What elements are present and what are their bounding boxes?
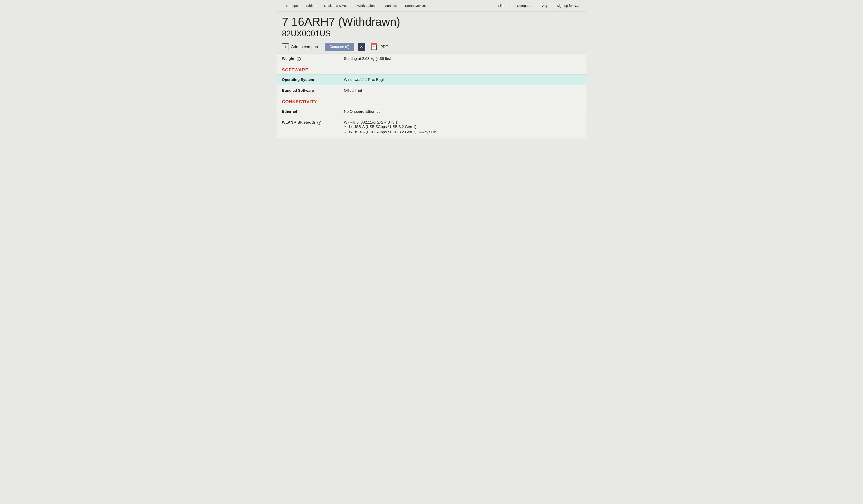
spec-label-wlan: WLAN + Bluetooth i [277, 117, 339, 139]
table-row: Operating System Windows® 11 Pro, Englis… [277, 75, 586, 85]
spec-value-wlan: Wi-Fi® 6, 802.11ax 2x2 + BT5.1 1x USB-A … [339, 117, 586, 139]
svg-text:PDF: PDF [372, 46, 376, 48]
nav-item-tablets[interactable]: Tablets [302, 0, 320, 11]
wlan-info-icon[interactable]: i [317, 121, 321, 125]
wlan-main-value: Wi-Fi® 6, 802.11ax 2x2 + BT5.1 [344, 120, 581, 125]
spec-table: Weight i Starting at 2.08 kg (4.59 lbs) … [277, 53, 586, 138]
top-navigation: Laptops Tablets Desktops & AIOs Workstat… [277, 0, 586, 12]
table-row: Bundled Software Office Trial [277, 85, 586, 96]
nav-item-laptops[interactable]: Laptops [282, 0, 302, 11]
nav-item-compare[interactable]: Compare [515, 4, 533, 8]
svg-rect-1 [371, 43, 377, 45]
nav-item-smart-devices[interactable]: Smart Devices [401, 0, 430, 11]
list-item: 1x USB-A (USB 5Gbps / USB 3.2 Gen 1), Al… [348, 130, 581, 134]
compare-clear-button[interactable]: ✕ [358, 43, 365, 51]
add-to-compare-label: Add to compare [291, 45, 319, 49]
pdf-button[interactable]: PDF PDF [371, 43, 388, 51]
spec-label-ethernet: Ethernet [277, 106, 339, 117]
nav-item-faq[interactable]: FAQ [538, 4, 549, 8]
spec-value-os: Windows® 11 Pro, English [339, 75, 586, 85]
compare-bar: + Add to compare Compare (0) ✕ PDF PDF [277, 40, 586, 53]
compare-count-button[interactable]: Compare (0) [325, 43, 354, 51]
nav-item-workstations[interactable]: Workstations [353, 0, 380, 11]
spec-label-bundled-software: Bundled Software [277, 85, 339, 96]
nav-item-desktops[interactable]: Desktops & AIOs [320, 0, 353, 11]
spec-value-ethernet: No Onboard Ethernet [339, 106, 586, 117]
product-title-area: 7 16ARH7 (Withdrawn) 82UX0001US [277, 12, 586, 40]
top-nav-right: Filters Compare FAQ Sign up for N... [496, 4, 581, 8]
nav-item-monitors[interactable]: Monitors [380, 0, 401, 11]
section-header-software: SOFTWARE [277, 64, 586, 75]
spec-label-weight: Weight i [277, 53, 339, 64]
spec-value-weight: Starting at 2.08 kg (4.59 lbs) [339, 53, 586, 64]
spec-label-os: Operating System [277, 75, 339, 85]
nav-item-filters[interactable]: Filters [496, 4, 509, 8]
list-item: 1x USB-A (USB 5Gbps / USB 3.2 Gen 1) [348, 125, 581, 129]
product-model: 7 16ARH7 (Withdrawn) [282, 15, 581, 28]
section-header-connectivity: CONNECTIVITY [277, 96, 586, 106]
product-sku: 82UX0001US [282, 29, 581, 38]
spec-value-bundled-software: Office Trial [339, 85, 586, 96]
table-row: Ethernet No Onboard Ethernet [277, 106, 586, 117]
table-row: WLAN + Bluetooth i Wi-Fi® 6, 802.11ax 2x… [277, 117, 586, 139]
pdf-label: PDF [380, 45, 388, 49]
pdf-icon: PDF [371, 43, 379, 51]
section-title-connectivity: CONNECTIVITY [277, 96, 586, 106]
add-to-compare-button[interactable]: + Add to compare [282, 43, 319, 50]
spec-section: Weight i Starting at 2.08 kg (4.59 lbs) … [277, 53, 586, 138]
add-to-compare-icon: + [282, 43, 289, 50]
weight-info-icon[interactable]: i [297, 57, 301, 61]
section-title-software: SOFTWARE [277, 64, 586, 75]
table-row: Weight i Starting at 2.08 kg (4.59 lbs) [277, 53, 586, 64]
wlan-usb-list: 1x USB-A (USB 5Gbps / USB 3.2 Gen 1) 1x … [344, 125, 581, 134]
nav-item-signup[interactable]: Sign up for N... [554, 4, 581, 8]
